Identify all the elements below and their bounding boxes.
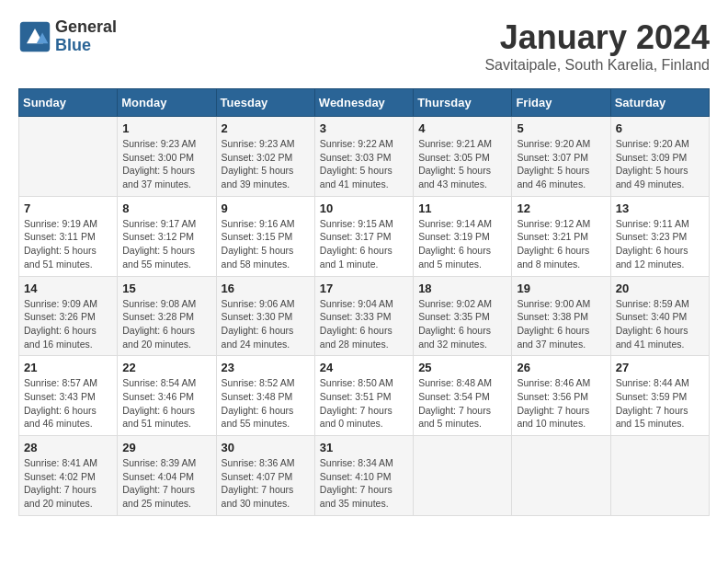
day-info: Sunrise: 9:20 AM Sunset: 3:09 PM Dayligh…: [616, 137, 704, 191]
day-info: Sunrise: 9:23 AM Sunset: 3:00 PM Dayligh…: [122, 137, 210, 191]
calendar-title: January 2024: [484, 18, 710, 57]
day-info: Sunrise: 9:02 AM Sunset: 3:35 PM Dayligh…: [418, 297, 506, 351]
calendar-cell: 15Sunrise: 9:08 AM Sunset: 3:28 PM Dayli…: [118, 276, 216, 356]
day-info: Sunrise: 8:48 AM Sunset: 3:54 PM Dayligh…: [418, 376, 506, 431]
calendar-table: SundayMondayTuesdayWednesdayThursdayFrid…: [18, 88, 710, 516]
calendar-cell: 21Sunrise: 8:57 AM Sunset: 3:43 PM Dayli…: [19, 356, 118, 436]
calendar-cell: 30Sunrise: 8:36 AM Sunset: 4:07 PM Dayli…: [216, 436, 314, 516]
day-info: Sunrise: 9:11 AM Sunset: 3:23 PM Dayligh…: [616, 217, 704, 271]
calendar-cell: 19Sunrise: 9:00 AM Sunset: 3:38 PM Dayli…: [512, 276, 610, 356]
calendar-cell: 24Sunrise: 8:50 AM Sunset: 3:51 PM Dayli…: [314, 356, 413, 436]
day-info: Sunrise: 9:23 AM Sunset: 3:02 PM Dayligh…: [222, 137, 310, 191]
day-number: 14: [24, 282, 112, 295]
day-number: 10: [320, 201, 408, 215]
calendar-cell: 29Sunrise: 8:39 AM Sunset: 4:04 PM Dayli…: [118, 436, 216, 516]
day-info: Sunrise: 8:34 AM Sunset: 4:10 PM Dayligh…: [320, 456, 408, 511]
calendar-cell: 16Sunrise: 9:06 AM Sunset: 3:30 PM Dayli…: [216, 276, 314, 356]
day-info: Sunrise: 9:08 AM Sunset: 3:28 PM Dayligh…: [122, 297, 210, 351]
day-info: Sunrise: 9:17 AM Sunset: 3:12 PM Dayligh…: [122, 217, 210, 271]
calendar-cell: 7Sunrise: 9:19 AM Sunset: 3:11 PM Daylig…: [19, 196, 118, 276]
header-friday: Friday: [512, 89, 610, 117]
day-info: Sunrise: 8:50 AM Sunset: 3:51 PM Dayligh…: [320, 376, 408, 431]
header-sunday: Sunday: [19, 89, 118, 117]
calendar-subtitle: Savitaipale, South Karelia, Finland: [484, 57, 710, 74]
day-number: 29: [122, 441, 210, 454]
calendar-cell: 2Sunrise: 9:23 AM Sunset: 3:02 PM Daylig…: [216, 117, 314, 197]
calendar-cell: 9Sunrise: 9:16 AM Sunset: 3:15 PM Daylig…: [216, 196, 314, 276]
logo-general-text: General: [55, 18, 117, 37]
header-monday: Monday: [118, 89, 216, 117]
page-header: General Blue January 2024 Savitaipale, S…: [18, 18, 710, 74]
day-number: 31: [320, 441, 408, 454]
calendar-cell: 1Sunrise: 9:23 AM Sunset: 3:00 PM Daylig…: [118, 117, 216, 197]
day-info: Sunrise: 8:44 AM Sunset: 3:59 PM Dayligh…: [616, 376, 704, 431]
day-info: Sunrise: 9:06 AM Sunset: 3:30 PM Dayligh…: [222, 297, 310, 351]
day-info: Sunrise: 9:22 AM Sunset: 3:03 PM Dayligh…: [320, 137, 408, 191]
day-number: 8: [122, 201, 210, 215]
day-info: Sunrise: 8:41 AM Sunset: 4:02 PM Dayligh…: [24, 456, 112, 511]
day-info: Sunrise: 9:20 AM Sunset: 3:07 PM Dayligh…: [517, 137, 605, 191]
day-number: 2: [222, 121, 310, 135]
calendar-cell: 23Sunrise: 8:52 AM Sunset: 3:48 PM Dayli…: [216, 356, 314, 436]
day-info: Sunrise: 9:09 AM Sunset: 3:26 PM Dayligh…: [24, 297, 112, 351]
calendar-cell: [19, 117, 118, 197]
calendar-cell: 20Sunrise: 8:59 AM Sunset: 3:40 PM Dayli…: [610, 276, 709, 356]
day-number: 19: [517, 282, 605, 295]
day-number: 18: [418, 282, 506, 295]
day-number: 30: [222, 441, 310, 454]
day-number: 12: [517, 201, 605, 215]
day-number: 21: [24, 361, 112, 374]
day-info: Sunrise: 8:54 AM Sunset: 3:46 PM Dayligh…: [122, 376, 210, 431]
header-saturday: Saturday: [610, 89, 709, 117]
calendar-header-row: SundayMondayTuesdayWednesdayThursdayFrid…: [19, 89, 710, 117]
day-info: Sunrise: 8:57 AM Sunset: 3:43 PM Dayligh…: [24, 376, 112, 431]
day-number: 22: [122, 361, 210, 374]
day-number: 7: [24, 201, 112, 215]
day-number: 27: [616, 361, 704, 374]
day-number: 23: [222, 361, 310, 374]
calendar-cell: 14Sunrise: 9:09 AM Sunset: 3:26 PM Dayli…: [19, 276, 118, 356]
day-info: Sunrise: 9:15 AM Sunset: 3:17 PM Dayligh…: [320, 217, 408, 271]
day-number: 17: [320, 282, 408, 295]
calendar-week-row: 28Sunrise: 8:41 AM Sunset: 4:02 PM Dayli…: [19, 436, 710, 516]
day-info: Sunrise: 9:19 AM Sunset: 3:11 PM Dayligh…: [24, 217, 112, 271]
calendar-cell: 26Sunrise: 8:46 AM Sunset: 3:56 PM Dayli…: [512, 356, 610, 436]
calendar-week-row: 21Sunrise: 8:57 AM Sunset: 3:43 PM Dayli…: [19, 356, 710, 436]
day-number: 25: [418, 361, 506, 374]
header-wednesday: Wednesday: [314, 89, 413, 117]
day-info: Sunrise: 9:04 AM Sunset: 3:33 PM Dayligh…: [320, 297, 408, 351]
day-info: Sunrise: 8:36 AM Sunset: 4:07 PM Dayligh…: [222, 456, 310, 511]
day-number: 4: [418, 121, 506, 135]
calendar-cell: 10Sunrise: 9:15 AM Sunset: 3:17 PM Dayli…: [314, 196, 413, 276]
calendar-cell: 17Sunrise: 9:04 AM Sunset: 3:33 PM Dayli…: [314, 276, 413, 356]
calendar-cell: 4Sunrise: 9:21 AM Sunset: 3:05 PM Daylig…: [414, 117, 512, 197]
calendar-week-row: 7Sunrise: 9:19 AM Sunset: 3:11 PM Daylig…: [19, 196, 710, 276]
day-number: 3: [320, 121, 408, 135]
calendar-cell: 31Sunrise: 8:34 AM Sunset: 4:10 PM Dayli…: [314, 436, 413, 516]
day-info: Sunrise: 9:21 AM Sunset: 3:05 PM Dayligh…: [418, 137, 506, 191]
logo: General Blue: [18, 18, 117, 55]
calendar-cell: 22Sunrise: 8:54 AM Sunset: 3:46 PM Dayli…: [118, 356, 216, 436]
header-thursday: Thursday: [414, 89, 512, 117]
day-info: Sunrise: 8:59 AM Sunset: 3:40 PM Dayligh…: [616, 297, 704, 351]
logo-blue-text: Blue: [55, 37, 117, 55]
day-info: Sunrise: 9:00 AM Sunset: 3:38 PM Dayligh…: [517, 297, 605, 351]
calendar-week-row: 14Sunrise: 9:09 AM Sunset: 3:26 PM Dayli…: [19, 276, 710, 356]
day-info: Sunrise: 8:39 AM Sunset: 4:04 PM Dayligh…: [122, 456, 210, 511]
day-number: 6: [616, 121, 704, 135]
calendar-cell: 11Sunrise: 9:14 AM Sunset: 3:19 PM Dayli…: [414, 196, 512, 276]
day-info: Sunrise: 8:52 AM Sunset: 3:48 PM Dayligh…: [222, 376, 310, 431]
calendar-cell: [512, 436, 610, 516]
day-info: Sunrise: 8:46 AM Sunset: 3:56 PM Dayligh…: [517, 376, 605, 431]
day-number: 28: [24, 441, 112, 454]
day-number: 24: [320, 361, 408, 374]
calendar-week-row: 1Sunrise: 9:23 AM Sunset: 3:00 PM Daylig…: [19, 117, 710, 197]
title-block: January 2024 Savitaipale, South Karelia,…: [484, 18, 710, 74]
day-number: 26: [517, 361, 605, 374]
day-number: 16: [222, 282, 310, 295]
day-number: 15: [122, 282, 210, 295]
calendar-cell: [610, 436, 709, 516]
header-tuesday: Tuesday: [216, 89, 314, 117]
calendar-cell: 3Sunrise: 9:22 AM Sunset: 3:03 PM Daylig…: [314, 117, 413, 197]
day-info: Sunrise: 9:14 AM Sunset: 3:19 PM Dayligh…: [418, 217, 506, 271]
